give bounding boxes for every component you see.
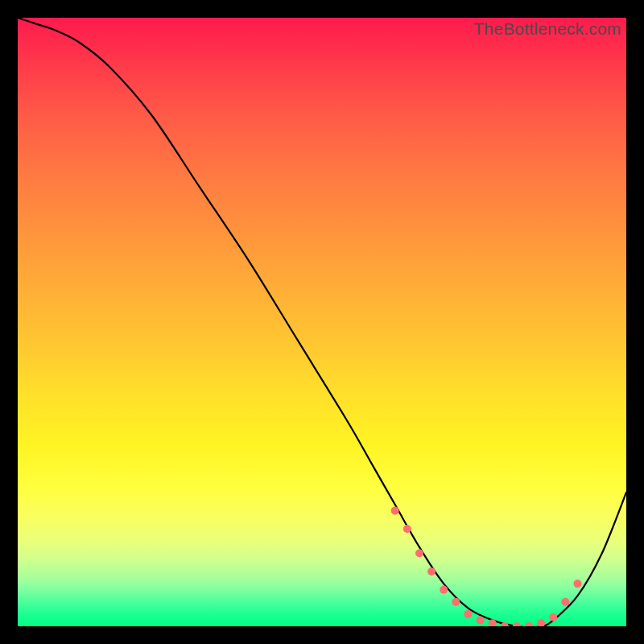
- bottleneck-curve-path: [18, 18, 626, 626]
- marker-dot: [477, 616, 485, 624]
- marker-dot: [513, 622, 521, 626]
- bottleneck-curve-svg: [18, 18, 626, 626]
- marker-dot: [574, 580, 582, 588]
- marker-dot: [403, 525, 411, 533]
- marker-dot: [549, 613, 557, 621]
- near-zero-dots-group: [391, 506, 582, 626]
- marker-dot: [537, 619, 545, 626]
- marker-dot: [452, 598, 460, 606]
- marker-dot: [489, 619, 497, 626]
- marker-dot: [391, 506, 399, 514]
- chart-plot-area: TheBottleneck.com: [18, 18, 626, 626]
- marker-dot: [464, 610, 472, 618]
- marker-dot: [427, 568, 436, 576]
- marker-dot: [525, 622, 533, 626]
- marker-dot: [561, 598, 569, 606]
- marker-dot: [440, 586, 448, 594]
- marker-dot: [415, 549, 423, 557]
- attribution-label: TheBottleneck.com: [474, 19, 621, 39]
- marker-dot: [501, 622, 509, 626]
- chart-frame: TheBottleneck.com: [0, 0, 644, 644]
